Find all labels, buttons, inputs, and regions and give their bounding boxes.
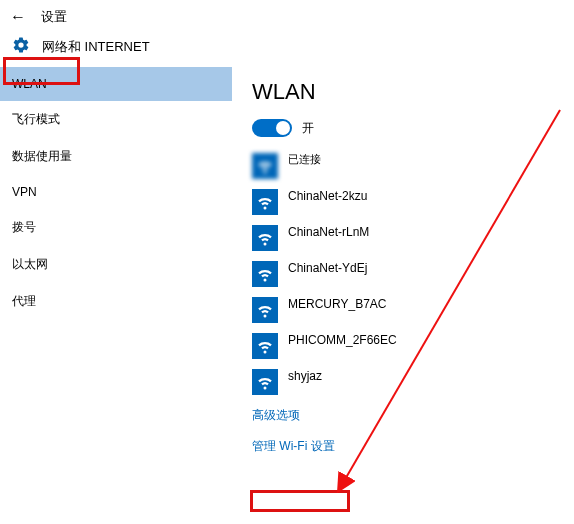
wlan-toggle[interactable] [252, 119, 292, 137]
sidebar-item-label: 数据使用量 [12, 149, 72, 163]
sidebar-item-proxy[interactable]: 代理 [0, 283, 232, 320]
page-title: WLAN [252, 79, 558, 105]
network-item[interactable]: PHICOMM_2F66EC [252, 333, 558, 359]
gear-icon [12, 36, 30, 57]
sidebar-item-dialup[interactable]: 拨号 [0, 209, 232, 246]
sidebar-item-label: VPN [12, 185, 37, 199]
sidebar-item-label: WLAN [12, 77, 47, 91]
back-arrow-icon[interactable]: ← [10, 8, 26, 26]
link-advanced-options[interactable]: 高级选项 [252, 407, 558, 424]
sidebar: WLAN 飞行模式 数据使用量 VPN 拨号 以太网 代理 [0, 67, 232, 524]
section-title: 网络和 INTERNET [42, 38, 150, 56]
sidebar-item-wlan[interactable]: WLAN [0, 67, 232, 101]
wifi-icon [252, 333, 278, 359]
sidebar-item-vpn[interactable]: VPN [0, 175, 232, 209]
network-name: ChinaNet-2kzu [288, 189, 367, 204]
network-name: ChinaNet-YdEj [288, 261, 367, 276]
wlan-toggle-row: 开 [252, 119, 558, 137]
wifi-icon [252, 261, 278, 287]
sidebar-item-label: 以太网 [12, 257, 48, 271]
network-name: shyjaz [288, 369, 322, 384]
sidebar-item-airplane[interactable]: 飞行模式 [0, 101, 232, 138]
wifi-icon [252, 369, 278, 395]
sidebar-item-label: 飞行模式 [12, 112, 60, 126]
content-pane: WLAN 开 已连接 ChinaNet-2kzu ChinaNet [232, 67, 574, 524]
section-header: 网络和 INTERNET [0, 30, 574, 67]
network-name: PHICOMM_2F66EC [288, 333, 397, 348]
network-item[interactable]: ChinaNet-YdEj [252, 261, 558, 287]
network-item[interactable]: MERCURY_B7AC [252, 297, 558, 323]
network-name: MERCURY_B7AC [288, 297, 386, 312]
link-manage-wifi[interactable]: 管理 Wi-Fi 设置 [252, 438, 558, 455]
wifi-icon [252, 225, 278, 251]
wlan-toggle-label: 开 [302, 120, 314, 137]
sidebar-item-label: 代理 [12, 294, 36, 308]
sidebar-item-data-usage[interactable]: 数据使用量 [0, 138, 232, 175]
network-item[interactable]: ChinaNet-2kzu [252, 189, 558, 215]
wifi-icon [252, 297, 278, 323]
network-item[interactable]: 已连接 [252, 153, 558, 179]
network-list: 已连接 ChinaNet-2kzu ChinaNet-rLnM ChinaNet… [252, 153, 558, 395]
network-item[interactable]: shyjaz [252, 369, 558, 395]
network-item[interactable]: ChinaNet-rLnM [252, 225, 558, 251]
network-status: 已连接 [288, 153, 321, 167]
wifi-icon [252, 153, 278, 179]
network-name: ChinaNet-rLnM [288, 225, 369, 240]
sidebar-item-label: 拨号 [12, 220, 36, 234]
header-title: 设置 [41, 8, 67, 26]
window-header: ← 设置 [0, 0, 574, 30]
wifi-icon [252, 189, 278, 215]
sidebar-item-ethernet[interactable]: 以太网 [0, 246, 232, 283]
